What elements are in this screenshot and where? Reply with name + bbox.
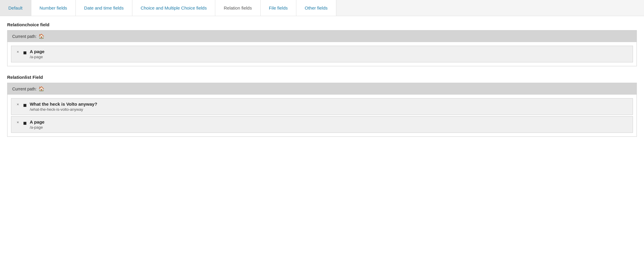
item-title: A page (30, 119, 44, 124)
home-icon[interactable]: 🏠 (38, 86, 44, 92)
current-path-label: Current path: (12, 87, 37, 91)
remove-item-button[interactable]: × (16, 119, 20, 125)
tab-choice-fields[interactable]: Choice and Multiple Choice fields (132, 0, 216, 16)
relation-item: ×■A page/a-page (11, 116, 633, 133)
item-info: What the heck is Volto anyway?/what-the-… (30, 101, 97, 112)
current-path-label: Current path: (12, 34, 37, 39)
item-path: /a-page (30, 55, 44, 59)
item-path: /what-the-heck-is-volto-anyway (30, 107, 97, 112)
tab-file-fields[interactable]: File fields (261, 0, 296, 16)
relation-item: ×■What the heck is Volto anyway?/what-th… (11, 98, 633, 115)
remove-item-button[interactable]: × (16, 101, 20, 107)
current-path-bar-relationchoice: Current path:🏠 (7, 30, 637, 42)
section-relationlist: Relationlist FieldCurrent path:🏠×■What t… (7, 75, 637, 137)
items-area-relationchoice: ×■A page/a-page (7, 42, 637, 66)
items-area-relationlist: ×■What the heck is Volto anyway?/what-th… (7, 95, 637, 136)
tab-relation-fields[interactable]: Relation fields (215, 0, 260, 16)
tab-date-time-fields[interactable]: Date and time fields (76, 0, 132, 16)
item-info: A page/a-page (30, 119, 44, 130)
item-title: A page (30, 49, 44, 54)
tabs-bar: DefaultNumber fieldsDate and time fields… (0, 0, 644, 16)
item-path: /a-page (30, 125, 44, 130)
field-container-relationlist: Current path:🏠×■What the heck is Volto a… (7, 83, 637, 137)
tab-other-fields[interactable]: Other fields (296, 0, 336, 16)
section-relationchoice: Relationchoice fieldCurrent path:🏠×■A pa… (7, 22, 637, 66)
section-title-relationchoice: Relationchoice field (7, 22, 637, 27)
item-info: A page/a-page (30, 49, 44, 59)
document-icon: ■ (23, 49, 27, 56)
document-icon: ■ (23, 120, 27, 127)
relation-item: ×■A page/a-page (11, 46, 633, 62)
remove-item-button[interactable]: × (16, 49, 20, 55)
field-container-relationchoice: Current path:🏠×■A page/a-page (7, 30, 637, 66)
section-title-relationlist: Relationlist Field (7, 75, 637, 80)
tab-default[interactable]: Default (0, 0, 31, 16)
current-path-bar-relationlist: Current path:🏠 (7, 83, 637, 95)
home-icon[interactable]: 🏠 (38, 33, 44, 39)
item-title: What the heck is Volto anyway? (30, 101, 97, 107)
content-area: Relationchoice fieldCurrent path:🏠×■A pa… (0, 16, 644, 151)
tab-number-fields[interactable]: Number fields (31, 0, 76, 16)
document-icon: ■ (23, 102, 27, 109)
